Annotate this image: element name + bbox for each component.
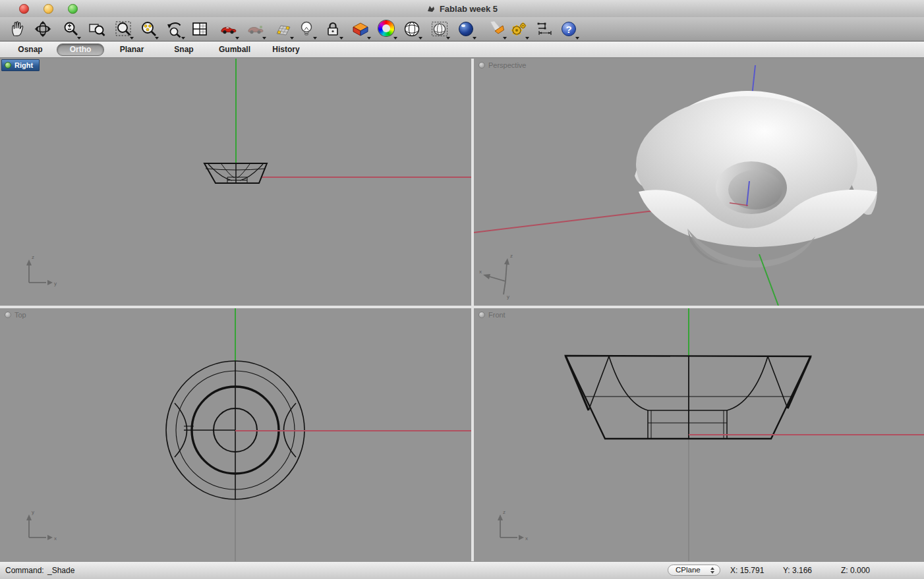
- faded-car-icon[interactable]: [244, 19, 268, 40]
- coordinate-y: Y: 3.166: [783, 566, 812, 575]
- viewport-front-label[interactable]: Front: [478, 311, 505, 319]
- window-titlebar: Fablab week 5: [0, 0, 924, 18]
- viewport-grid-icon[interactable]: [188, 19, 212, 40]
- axis-indicator-icon: z y: [26, 254, 57, 287]
- axis-indicator-icon: z x: [498, 509, 528, 541]
- rendered-sphere-icon[interactable]: [454, 19, 478, 40]
- axis-indicator-icon: z x y: [479, 253, 513, 300]
- coordinate-x: X: 15.791: [730, 566, 764, 575]
- wireframe-sphere-icon[interactable]: [400, 19, 424, 40]
- command-prompt-label: Command:: [5, 566, 44, 575]
- mode-osnap[interactable]: Osnap: [16, 45, 45, 54]
- status-bar: Command: _Shade CPlane X: 15.791 Y: 3.16…: [0, 561, 924, 579]
- red-car-icon[interactable]: [217, 19, 241, 40]
- coordinate-z: Z: 0.000: [841, 566, 870, 575]
- viewport-right-label[interactable]: Right: [1, 59, 40, 71]
- viewport-top-label[interactable]: Top: [5, 311, 26, 319]
- mode-ortho[interactable]: Ortho: [57, 43, 104, 56]
- viewport-front-canvas: z x: [474, 308, 924, 561]
- window-title-wrap: Fablab week 5: [0, 0, 924, 17]
- cplane-dropdown[interactable]: CPlane: [668, 565, 720, 576]
- viewport-sphere-icon: [5, 62, 11, 69]
- viewport-right-canvas: z y: [0, 59, 471, 306]
- viewport-top-canvas: y x: [0, 308, 471, 561]
- undo-view-icon[interactable]: [163, 19, 187, 40]
- ghosted-sphere-icon[interactable]: [428, 19, 451, 40]
- padlock-icon[interactable]: [321, 19, 345, 40]
- svg-text:x: x: [479, 269, 482, 275]
- svg-text:y: y: [32, 509, 34, 515]
- dropdown-arrows-icon: [710, 566, 715, 574]
- color-wheel-icon[interactable]: [375, 19, 399, 40]
- svg-text:z: z: [510, 253, 513, 259]
- viewport-sphere-icon: [478, 312, 485, 318]
- hand-icon[interactable]: [6, 19, 30, 40]
- mode-snap[interactable]: Snap: [171, 45, 197, 54]
- rhino-window: Fablab week 5: [0, 0, 924, 579]
- command-prompt-value[interactable]: _Shade: [47, 566, 74, 575]
- svg-text:z: z: [32, 254, 34, 260]
- help-icon[interactable]: ?: [557, 19, 581, 40]
- svg-text:x: x: [525, 536, 528, 541]
- svg-text:y: y: [54, 281, 57, 287]
- layer-wedge-icon[interactable]: [349, 19, 372, 40]
- axis-indicator-icon: y x: [26, 509, 57, 541]
- svg-text:?: ?: [565, 24, 571, 35]
- viewport-front[interactable]: Front: [474, 308, 924, 561]
- cplane-grid-icon[interactable]: [272, 19, 295, 40]
- spotlight-cone-icon[interactable]: [484, 19, 508, 40]
- viewport-sphere-icon: [478, 62, 485, 69]
- mode-bar: Osnap Ortho Planar Snap Gumball History: [0, 41, 924, 58]
- magnifier-extents-icon[interactable]: [136, 19, 160, 40]
- mode-planar[interactable]: Planar: [117, 45, 147, 54]
- magnifier-selected-icon[interactable]: [111, 19, 135, 40]
- viewport-perspective-label[interactable]: Perspective: [478, 61, 526, 69]
- toolbar: ?: [0, 17, 924, 41]
- window-title: Fablab week 5: [440, 4, 498, 14]
- viewport-perspective[interactable]: Perspective: [474, 59, 924, 306]
- svg-text:y: y: [507, 294, 509, 300]
- gears-icon[interactable]: [507, 19, 531, 40]
- viewport-top[interactable]: Top: [0, 308, 471, 561]
- rotate-view-icon[interactable]: [31, 19, 55, 40]
- svg-text:z: z: [503, 509, 505, 515]
- app-document-icon: [426, 4, 436, 13]
- magnifier-window-icon[interactable]: [85, 19, 109, 40]
- viewport-sphere-icon: [5, 312, 11, 318]
- magnifier-zoom-icon[interactable]: [59, 19, 82, 40]
- viewport-area: Right z y: [0, 59, 924, 561]
- dimension-icon[interactable]: [532, 19, 556, 40]
- mode-gumball[interactable]: Gumball: [215, 45, 254, 54]
- lightbulb-icon[interactable]: [295, 19, 318, 40]
- viewport-right[interactable]: Right z y: [0, 59, 471, 306]
- viewport-perspective-canvas: z x y: [474, 59, 924, 306]
- mode-history[interactable]: History: [269, 45, 303, 54]
- svg-text:x: x: [54, 536, 57, 541]
